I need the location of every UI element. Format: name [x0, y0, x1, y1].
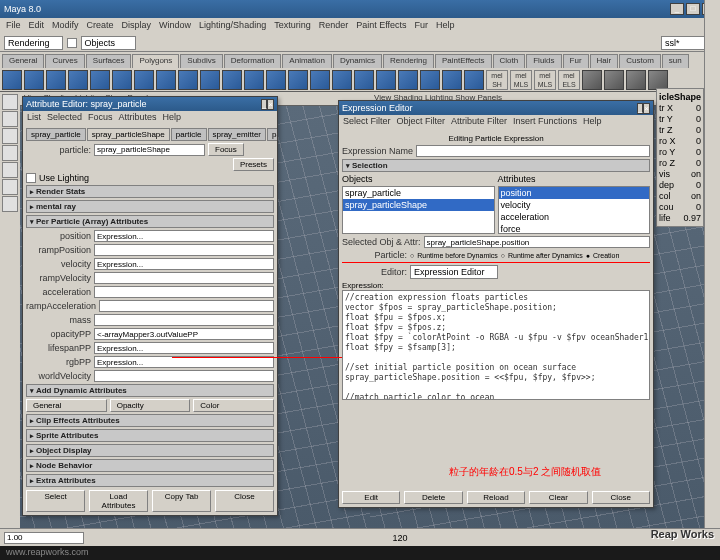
shelf-icon[interactable] — [626, 70, 646, 90]
mel-button[interactable]: melSH — [486, 70, 508, 90]
shelf-tab[interactable]: Subdivs — [180, 54, 222, 68]
attr-input[interactable] — [94, 272, 274, 284]
menu-create[interactable]: Create — [87, 20, 114, 32]
shelf-icon[interactable] — [376, 70, 396, 90]
select-button[interactable]: Select — [26, 490, 85, 512]
channel-row[interactable]: tr Z0 — [659, 125, 701, 135]
shelf-tab[interactable]: Fluids — [526, 54, 561, 68]
shelf-icon[interactable] — [156, 70, 176, 90]
shelf-icon[interactable] — [134, 70, 154, 90]
sect-object-display[interactable]: Object Display — [26, 444, 274, 457]
shelf-tab[interactable]: PaintEffects — [435, 54, 492, 68]
shelf-icon[interactable] — [68, 70, 88, 90]
shelf-tab[interactable]: Polygons — [132, 54, 179, 68]
edit-button[interactable]: Edit — [342, 491, 400, 504]
list-item[interactable]: spray_particleShape — [343, 199, 494, 211]
channel-row[interactable]: cou0 — [659, 202, 701, 212]
shelf-icon[interactable] — [46, 70, 66, 90]
editor-dropdown[interactable]: Expression Editor — [410, 265, 498, 279]
attributes-list[interactable]: position velocity acceleration force inp… — [498, 186, 651, 234]
shelf-tab[interactable]: sun — [662, 54, 689, 68]
copy-tab-button[interactable]: Copy Tab — [152, 490, 211, 512]
ae-tab[interactable]: spray_emitter — [208, 128, 266, 141]
menu-file[interactable]: File — [6, 20, 21, 32]
shelf-tab[interactable]: Hair — [590, 54, 619, 68]
attr-input[interactable] — [94, 258, 274, 270]
list-item[interactable]: velocity — [499, 199, 650, 211]
ee-titlebar[interactable]: Expression Editor _× — [339, 101, 653, 115]
mel-button[interactable]: melELS — [558, 70, 580, 90]
ae-tab[interactable]: spray_particleShape — [87, 128, 170, 141]
shelf-tab[interactable]: Custom — [619, 54, 661, 68]
ae-menu-focus[interactable]: Focus — [88, 112, 113, 124]
radio-creation[interactable]: Creation — [593, 252, 619, 259]
menu-paint[interactable]: Paint Effects — [356, 20, 406, 32]
checkbox-icon[interactable] — [67, 38, 77, 48]
shelf-icon[interactable] — [354, 70, 374, 90]
ae-tab[interactable]: particleClou — [267, 128, 277, 141]
mel-button[interactable]: melMLS — [510, 70, 532, 90]
shelf-icon[interactable] — [648, 70, 668, 90]
sel-obj-input[interactable] — [424, 236, 650, 248]
list-item[interactable]: spray_particle — [343, 187, 494, 199]
menu-edit[interactable]: Edit — [29, 20, 45, 32]
shelf-tab[interactable]: Animation — [282, 54, 332, 68]
ae-menu-help[interactable]: Help — [163, 112, 182, 124]
color-button[interactable]: Color — [193, 399, 274, 412]
sect-per-particle[interactable]: Per Particle (Array) Attributes — [26, 215, 274, 228]
radio-runtime-before[interactable]: Runtime before Dynamics — [417, 252, 498, 259]
sect-mental-ray[interactable]: mental ray — [26, 200, 274, 213]
shelf-icon[interactable] — [398, 70, 418, 90]
presets-button[interactable]: Presets — [233, 158, 274, 171]
ee-menu[interactable]: Attribute Filter — [451, 116, 507, 128]
menu-lighting[interactable]: Lighting/Shading — [199, 20, 266, 32]
shelf-tab[interactable]: Cloth — [493, 54, 526, 68]
sect-extra[interactable]: Extra Attributes — [26, 474, 274, 487]
close-icon[interactable]: × — [267, 99, 274, 110]
maximize-button[interactable]: □ — [686, 3, 700, 15]
shelf-tab[interactable]: Dynamics — [333, 54, 382, 68]
mel-button[interactable]: melMLS — [534, 70, 556, 90]
shelf-icon[interactable] — [332, 70, 352, 90]
ae-tab[interactable]: spray_particle — [26, 128, 86, 141]
expr-name-input[interactable] — [416, 145, 650, 157]
attr-input[interactable] — [94, 286, 274, 298]
shelf-icon[interactable] — [178, 70, 198, 90]
shelf-icon[interactable] — [310, 70, 330, 90]
opacity-button[interactable]: Opacity — [110, 399, 191, 412]
use-lighting-checkbox[interactable] — [26, 173, 36, 183]
shelf-icon[interactable] — [604, 70, 624, 90]
channel-row[interactable]: vison — [659, 169, 701, 179]
shelf-icon[interactable] — [464, 70, 484, 90]
ee-menu[interactable]: Insert Functions — [513, 116, 577, 128]
attr-input[interactable] — [94, 314, 274, 326]
sect-add-dynamic[interactable]: Add Dynamic Attributes — [26, 384, 274, 397]
shelf-icon[interactable] — [90, 70, 110, 90]
shelf-icon[interactable] — [266, 70, 286, 90]
shelf-icon[interactable] — [2, 70, 22, 90]
shelf-icon[interactable] — [288, 70, 308, 90]
reload-button[interactable]: Reload — [467, 491, 525, 504]
shelf-icon[interactable] — [24, 70, 44, 90]
attr-input[interactable] — [94, 230, 274, 242]
shelf-tab[interactable]: Rendering — [383, 54, 434, 68]
close-icon[interactable]: × — [643, 103, 650, 114]
ae-menu-list[interactable]: List — [27, 112, 41, 124]
select-tool[interactable] — [2, 94, 18, 110]
menu-render[interactable]: Render — [319, 20, 349, 32]
clear-button[interactable]: Clear — [529, 491, 587, 504]
start-frame-input[interactable] — [4, 532, 84, 544]
channel-row[interactable]: tr X0 — [659, 103, 701, 113]
last-tool[interactable] — [2, 196, 18, 212]
rotate-tool[interactable] — [2, 145, 18, 161]
sect-selection[interactable]: Selection — [342, 159, 650, 172]
objects-dropdown[interactable]: Objects — [81, 36, 136, 50]
ee-menu[interactable]: Select Filter — [343, 116, 391, 128]
shelf-icon[interactable] — [442, 70, 462, 90]
load-attrs-button[interactable]: Load Attributes — [89, 490, 148, 512]
focus-button[interactable]: Focus — [208, 143, 244, 156]
attr-input[interactable] — [99, 300, 274, 312]
menu-help[interactable]: Help — [436, 20, 455, 32]
particle-name-input[interactable] — [94, 144, 205, 156]
sect-node-behavior[interactable]: Node Behavior — [26, 459, 274, 472]
